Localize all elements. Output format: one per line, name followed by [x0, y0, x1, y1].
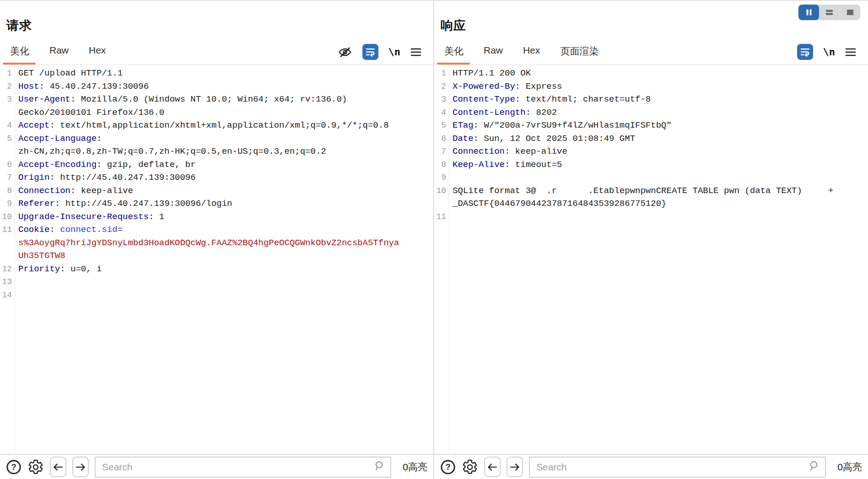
editor-row[interactable]: zh-CN,zh;q=0.8,zh-TW;q=0.7,zh-HK;q=0.5,e…: [0, 145, 433, 158]
code-line[interactable]: Accept: text/html,application/xhtml+xml,…: [18, 120, 424, 130]
editor-row[interactable]: 2X-Powered-By: Express: [434, 80, 868, 93]
editor-row[interactable]: 11Cookie: connect.sid=: [0, 223, 433, 237]
editor-row[interactable]: 9Referer: http://45.40.247.139:30096/log…: [0, 197, 433, 210]
tab-beautify[interactable]: 美化: [444, 45, 464, 58]
search-input[interactable]: [96, 457, 390, 477]
editor-row[interactable]: 12Priority: u=0, i: [0, 263, 433, 276]
hamburger-menu-icon[interactable]: [410, 47, 421, 57]
line-number: 12: [0, 264, 15, 274]
code-line[interactable]: Referer: http://45.40.247.139:30096/logi…: [18, 199, 424, 209]
code-line[interactable]: zh-CN,zh;q=0.8,zh-TW;q=0.7,zh-HK;q=0.5,e…: [18, 146, 424, 156]
editor-row[interactable]: 1HTTP/1.1 200 OK: [434, 67, 868, 80]
line-number: 11: [0, 225, 15, 234]
code-line[interactable]: Date: Sun, 12 Oct 2025 01:08:49 GMT: [453, 134, 859, 144]
code-line[interactable]: Content-Length: 8202: [453, 108, 859, 118]
code-line[interactable]: Accept-Encoding: gzip, deflate, br: [18, 160, 424, 170]
editor-row[interactable]: 6Accept-Encoding: gzip, deflate, br: [0, 158, 433, 172]
next-match-button[interactable]: [507, 457, 523, 477]
editor-row[interactable]: 10Upgrade-Insecure-Requests: 1: [0, 210, 433, 224]
editor-row[interactable]: 5ETag: W/"200a-7vrSU9+f4lZ/wHlas1mqIFSFt…: [434, 119, 868, 132]
svg-text:?: ?: [11, 462, 16, 472]
split-view-button[interactable]: [798, 5, 819, 20]
editor-row[interactable]: 11: [434, 210, 868, 224]
hamburger-menu-icon[interactable]: [845, 47, 856, 57]
tab-page-render[interactable]: 页面渲染: [560, 45, 598, 58]
editor-row[interactable]: 7Connection: keep-alive: [434, 145, 868, 158]
gear-icon[interactable]: [462, 459, 478, 475]
layout-switcher: [798, 5, 860, 20]
newline-chars-button[interactable]: \n: [388, 46, 401, 58]
prev-match-button[interactable]: [484, 457, 501, 477]
single-view-button[interactable]: [840, 5, 860, 20]
code-line[interactable]: Host: 45.40.247.139:30096: [18, 81, 424, 91]
line-number: 8: [0, 186, 15, 195]
editor-row[interactable]: 3User-Agent: Mozilla/5.0 (Windows NT 10.…: [0, 93, 433, 106]
editor-row[interactable]: 13: [0, 275, 433, 289]
horizontal-bars-icon: [825, 9, 833, 16]
code-line[interactable]: Connection: keep-alive: [18, 186, 424, 196]
newline-chars-button[interactable]: \n: [823, 46, 836, 58]
code-line[interactable]: User-Agent: Mozilla/5.0 (Windows NT 10.0…: [18, 94, 424, 104]
request-editor[interactable]: 1GET /upload HTTP/1.12Host: 45.40.247.13…: [0, 65, 433, 454]
editor-row[interactable]: 8Connection: keep-alive: [0, 184, 433, 198]
code-line[interactable]: Origin: http://45.40.247.139:30096: [18, 172, 424, 183]
code-line[interactable]: Keep-Alive: timeout=5: [453, 160, 859, 170]
tab-beautify[interactable]: 美化: [10, 45, 29, 58]
search-input[interactable]: [530, 457, 825, 477]
code-line[interactable]: _DASCTF{04467904423787164843539286775120…: [453, 199, 859, 209]
hide-eye-icon[interactable]: [338, 45, 352, 59]
code-line[interactable]: Uh35TGTW8: [18, 251, 424, 261]
next-match-button[interactable]: [72, 457, 89, 477]
tab-hex[interactable]: Hex: [523, 45, 540, 58]
prev-match-button[interactable]: [50, 457, 66, 477]
editor-row[interactable]: 4Accept: text/html,application/xhtml+xml…: [0, 119, 433, 132]
line-number: 6: [434, 134, 449, 143]
stacked-view-button[interactable]: [819, 5, 840, 20]
request-toolbar: \n: [338, 44, 422, 60]
editor-row[interactable]: Gecko/20100101 Firefox/136.0: [0, 106, 433, 119]
editor-row[interactable]: Uh35TGTW8: [0, 249, 433, 263]
response-statusbar: ?: [434, 454, 868, 479]
help-icon[interactable]: ?: [440, 459, 456, 475]
editor-row[interactable]: s%3AoygRq7hriJgYDSnyLmbd3HoadKODQcWg.FAA…: [0, 237, 433, 250]
code-line[interactable]: X-Powered-By: Express: [453, 81, 859, 91]
code-line[interactable]: HTTP/1.1 200 OK: [453, 68, 859, 78]
tab-raw[interactable]: Raw: [484, 45, 503, 58]
editor-row[interactable]: 7Origin: http://45.40.247.139:30096: [0, 171, 433, 184]
editor-row[interactable]: _DASCTF{04467904423787164843539286775120…: [434, 197, 868, 210]
editor-row[interactable]: 6Date: Sun, 12 Oct 2025 01:08:49 GMT: [434, 132, 868, 145]
editor-row[interactable]: 2Host: 45.40.247.139:30096: [0, 80, 433, 93]
http-packet-viewer: 请求 美化RawHex: [0, 0, 868, 479]
help-icon[interactable]: ?: [6, 459, 22, 475]
editor-row[interactable]: 1GET /upload HTTP/1.1: [0, 67, 433, 80]
line-number: 7: [434, 147, 449, 156]
code-line[interactable]: s%3AoygRq7hriJgYDSnyLmbd3HoadKODQcWg.FAA…: [18, 238, 424, 248]
gear-icon[interactable]: [27, 459, 44, 475]
code-line[interactable]: Connection: keep-alive: [453, 146, 859, 156]
word-wrap-toggle[interactable]: [797, 44, 813, 60]
code-line[interactable]: Priority: u=0, i: [18, 264, 424, 274]
word-wrap-toggle[interactable]: [362, 44, 378, 60]
code-line[interactable]: Accept-Language:: [18, 134, 424, 144]
tab-raw[interactable]: Raw: [49, 45, 69, 58]
code-line[interactable]: Gecko/20100101 Firefox/136.0: [18, 108, 424, 118]
line-number: 9: [0, 199, 15, 208]
editor-row[interactable]: 5Accept-Language:: [0, 132, 433, 145]
line-number: 2: [434, 82, 449, 91]
arrow-right-icon: [511, 464, 519, 470]
code-line[interactable]: GET /upload HTTP/1.1: [18, 68, 424, 78]
editor-row[interactable]: 9: [434, 171, 868, 184]
editor-row[interactable]: 14: [0, 289, 433, 302]
response-editor[interactable]: 1HTTP/1.1 200 OK2X-Powered-By: Express3C…: [434, 65, 868, 454]
editor-row[interactable]: 8Keep-Alive: timeout=5: [434, 158, 868, 172]
code-line[interactable]: SQLite format 3@ .r .EtablepwnpwnCREATE …: [453, 186, 859, 196]
code-line[interactable]: Upgrade-Insecure-Requests: 1: [18, 212, 424, 222]
arrow-left-icon: [54, 464, 63, 470]
editor-row[interactable]: 3Content-Type: text/html; charset=utf-8: [434, 93, 868, 106]
tab-hex[interactable]: Hex: [89, 45, 106, 58]
code-line[interactable]: ETag: W/"200a-7vrSU9+f4lZ/wHlas1mqIFSFtb…: [453, 120, 859, 130]
editor-row[interactable]: 4Content-Length: 8202: [434, 106, 868, 119]
code-line[interactable]: Cookie: connect.sid=: [18, 225, 424, 235]
code-line[interactable]: Content-Type: text/html; charset=utf-8: [453, 94, 859, 104]
editor-row[interactable]: 10SQLite format 3@ .r .EtablepwnpwnCREAT…: [434, 184, 868, 198]
